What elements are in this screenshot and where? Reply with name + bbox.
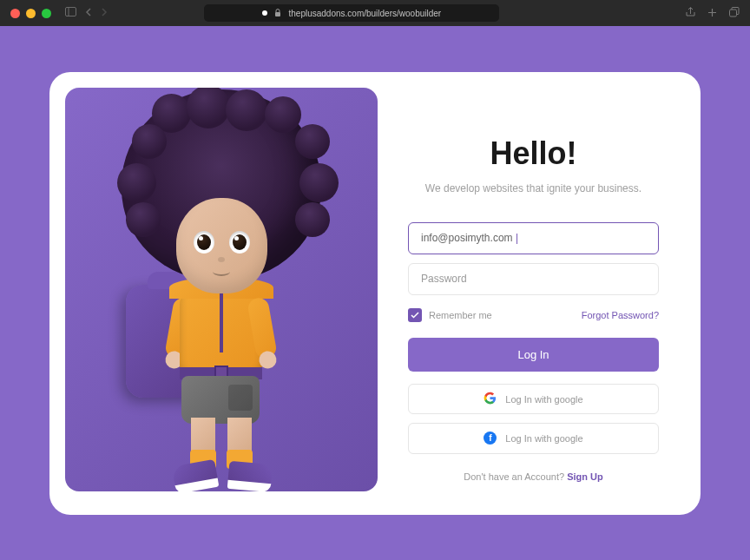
login-card: Hello! We develop websites that ignite y…: [49, 72, 701, 515]
forgot-password-link[interactable]: Forgot Password?: [582, 310, 659, 320]
google-login-button[interactable]: Log In with google: [408, 384, 659, 414]
share-icon[interactable]: [686, 7, 695, 20]
address-bar[interactable]: theplusaddons.com/builders/woobuilder: [204, 4, 499, 22]
svg-rect-0: [66, 8, 76, 16]
facebook-icon: f: [484, 432, 497, 445]
browser-right-controls: [686, 7, 740, 20]
page-title: Hello!: [408, 135, 659, 172]
remember-label: Remember me: [429, 310, 492, 320]
page-subtitle: We develop websites that ignite your bus…: [408, 182, 659, 194]
signup-prompt-row: Don't have an Account? Sign Up: [408, 471, 659, 482]
maximize-window-button[interactable]: [42, 9, 51, 18]
url-text: theplusaddons.com/builders/woobuilder: [288, 9, 441, 18]
email-field[interactable]: info@posimyth.com |: [408, 222, 659, 254]
site-indicator-icon: [262, 10, 267, 16]
illustration-panel: [65, 88, 378, 491]
tabs-icon[interactable]: [729, 7, 740, 20]
google-button-label: Log In with google: [505, 394, 582, 405]
character-illustration: [100, 115, 343, 463]
email-value: info@posimyth.com: [421, 232, 513, 244]
remember-forgot-row: Remember me Forgot Password?: [408, 308, 659, 322]
browser-nav-group: [65, 7, 108, 19]
login-form: Hello! We develop websites that ignite y…: [404, 88, 685, 499]
forward-icon[interactable]: [101, 7, 108, 19]
facebook-login-button[interactable]: f Log In with google: [408, 423, 659, 453]
browser-top-bar: theplusaddons.com/builders/woobuilder: [0, 0, 750, 26]
minimize-window-button[interactable]: [26, 9, 36, 18]
back-icon[interactable]: [85, 7, 92, 19]
password-placeholder: Password: [421, 273, 467, 285]
new-tab-icon[interactable]: [707, 7, 717, 20]
close-window-button[interactable]: [10, 9, 20, 18]
remember-checkbox[interactable]: [408, 308, 422, 322]
signup-link[interactable]: Sign Up: [567, 471, 603, 482]
lock-icon: [274, 9, 281, 18]
google-icon: [484, 392, 497, 406]
signup-prompt-text: Don't have an Account?: [464, 471, 567, 482]
page-body: Hello! We develop websites that ignite y…: [0, 26, 750, 560]
window-controls: [10, 9, 51, 18]
sidebar-toggle-icon[interactable]: [65, 7, 76, 19]
svg-rect-2: [275, 12, 280, 16]
svg-rect-3: [729, 10, 736, 16]
password-field[interactable]: Password: [408, 263, 659, 295]
facebook-button-label: Log In with google: [505, 433, 582, 444]
login-button[interactable]: Log In: [408, 338, 659, 372]
remember-me-group[interactable]: Remember me: [408, 308, 492, 322]
